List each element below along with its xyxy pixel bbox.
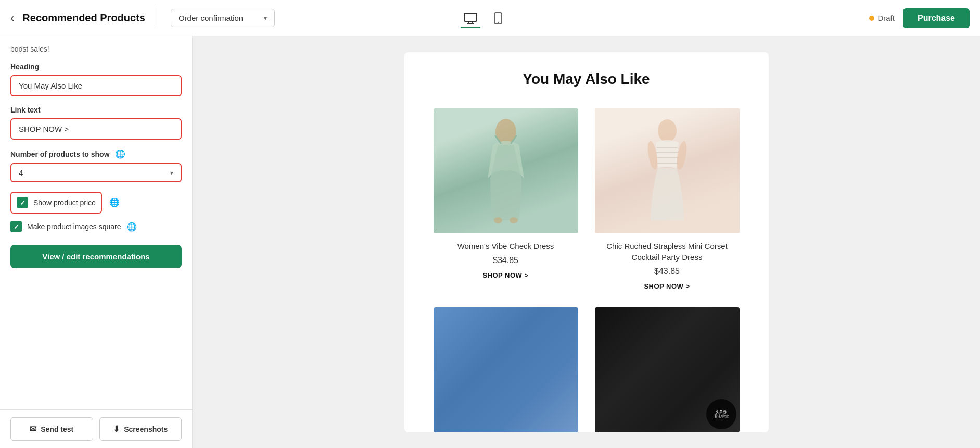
boost-text: boost sales!: [10, 45, 182, 53]
num-products-select[interactable]: 4 ▾: [10, 163, 182, 182]
globe-icon-num: 🌐: [115, 149, 125, 159]
back-button[interactable]: ‹: [10, 11, 14, 25]
make-square-checkbox[interactable]: ✓: [10, 221, 22, 232]
header-right: Draft Purchase: [869, 8, 970, 28]
product-price-1: $34.85: [434, 256, 578, 265]
product-card: Blue Knit Dress $29.95 SHOP NOW >: [425, 299, 587, 432]
screenshots-label: Screenshots: [124, 425, 168, 433]
shop-now-link-2[interactable]: SHOP NOW >: [644, 282, 690, 290]
svg-rect-0: [464, 13, 477, 21]
product-image-4: 头条@君志学堂: [595, 307, 740, 432]
preview-heading: You May Also Like: [404, 52, 769, 100]
products-grid: Women's Vibe Check Dress $34.85 SHOP NOW…: [404, 100, 769, 432]
header-divider: [158, 8, 158, 29]
product-card: 头条@君志学堂 Black Bodysuit $24.95 SHOP NOW >: [587, 299, 748, 432]
globe-icon-price: 🌐: [109, 198, 120, 207]
screenshots-button[interactable]: ⬇ Screenshots: [99, 417, 182, 441]
settings-panel: boost sales! Heading Link text Number of…: [0, 36, 192, 409]
link-text-input[interactable]: [10, 118, 182, 140]
show-price-label: Show product price: [33, 198, 96, 207]
make-square-label: Make product images square: [27, 222, 121, 231]
svg-point-9: [494, 217, 502, 223]
heading-input[interactable]: [10, 75, 182, 96]
watermark: 头条@君志学堂: [706, 399, 736, 429]
show-price-checkbox[interactable]: ✓: [17, 197, 28, 208]
svg-point-11: [658, 119, 677, 142]
draft-status: Draft: [869, 14, 895, 22]
envelope-icon: ✉: [30, 424, 36, 434]
make-square-row: ✓ Make product images square 🌐: [10, 221, 182, 232]
chevron-down-icon: ▾: [264, 15, 267, 22]
num-products-value: 4: [19, 168, 170, 177]
dropdown-label: Order confirmation: [179, 14, 243, 22]
show-price-row[interactable]: ✓ Show product price: [10, 192, 102, 214]
order-type-dropdown[interactable]: Order confirmation ▾: [171, 9, 275, 27]
email-preview: You May Also Like: [404, 52, 769, 432]
draft-dot: [869, 16, 874, 21]
watermark-text: 头条@君志学堂: [714, 410, 729, 419]
product-image-1: [434, 108, 578, 233]
link-text-label: Link text: [10, 106, 182, 114]
mobile-view-button[interactable]: [491, 9, 505, 28]
email-preview-panel: You May Also Like: [193, 36, 980, 448]
product-name-2: Chic Ruched Strapless Mini Corset Cockta…: [595, 241, 740, 263]
download-icon: ⬇: [113, 424, 120, 434]
page-title: Recommended Products: [22, 12, 145, 24]
product-image-3: [434, 307, 578, 432]
product-price-2: $43.85: [595, 267, 740, 276]
globe-icon-square: 🌐: [126, 222, 137, 232]
product-name-1: Women's Vibe Check Dress: [434, 241, 578, 252]
purchase-button[interactable]: Purchase: [903, 8, 970, 28]
product-image-2: [595, 108, 740, 233]
checkmark-icon: ✓: [20, 199, 26, 207]
shop-now-link-1[interactable]: SHOP NOW >: [482, 271, 528, 279]
draft-label: Draft: [877, 14, 895, 22]
heading-label: Heading: [10, 63, 182, 71]
desktop-view-button[interactable]: [461, 9, 480, 27]
header: ‹ Recommended Products Order confirmatio…: [0, 0, 980, 36]
send-test-button[interactable]: ✉ Send test: [10, 417, 93, 441]
view-edit-recommendations-button[interactable]: View / edit recommendations: [10, 245, 182, 268]
num-products-label: Number of products to show: [10, 150, 110, 158]
num-products-row: Number of products to show 🌐: [10, 149, 182, 159]
checkmark-icon: ✓: [14, 223, 19, 231]
send-test-label: Send test: [41, 425, 73, 433]
panel-footer: ✉ Send test ⬇ Screenshots: [0, 409, 192, 448]
svg-point-10: [510, 217, 518, 223]
chevron-down-icon: ▾: [170, 169, 173, 177]
product-card: Women's Vibe Check Dress $34.85 SHOP NOW…: [425, 100, 587, 299]
svg-point-5: [498, 21, 499, 22]
main-content: boost sales! Heading Link text Number of…: [0, 36, 980, 448]
device-switcher: [461, 9, 505, 28]
product-card: Chic Ruched Strapless Mini Corset Cockta…: [587, 100, 748, 299]
left-panel: boost sales! Heading Link text Number of…: [0, 36, 193, 448]
